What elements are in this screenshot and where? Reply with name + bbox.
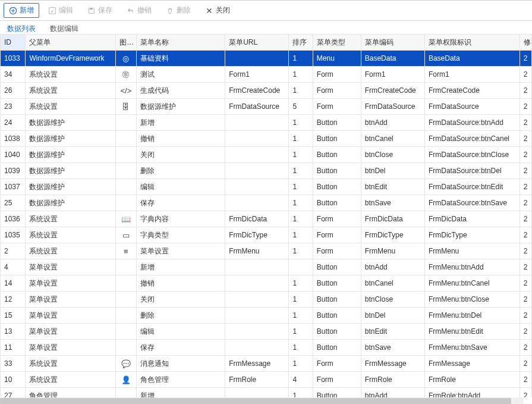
table-row[interactable]: 26系统设置</>生成代码FrmCreateCode1FormFrmCreate… xyxy=(1,83,532,99)
cell-parent[interactable]: 菜单设置 xyxy=(26,292,116,308)
cell-name[interactable]: 删除 xyxy=(136,308,225,324)
cell-url[interactable] xyxy=(225,51,289,67)
cell-sort[interactable]: 1 xyxy=(289,292,313,308)
cell-sort[interactable]: 1 xyxy=(289,147,313,163)
table-row[interactable]: 1038数据源维护撤销1ButtonbtnCanelFrmDataSource:… xyxy=(1,131,532,147)
cell-extra[interactable]: 2 xyxy=(520,131,531,147)
cell-type[interactable]: Button xyxy=(313,179,361,195)
cell-code[interactable]: btnDel xyxy=(361,163,424,179)
cell-url[interactable] xyxy=(225,308,289,324)
cell-icon[interactable]: 🗄 xyxy=(116,99,136,115)
cell-icon[interactable]: ≡ xyxy=(116,243,136,259)
cell-id[interactable]: 23 xyxy=(1,99,26,115)
cell-extra[interactable]: 2 xyxy=(520,308,531,324)
cell-url[interactable] xyxy=(225,179,289,195)
cell-extra[interactable]: 2 xyxy=(520,259,531,275)
cell-extra[interactable]: 2 xyxy=(520,179,531,195)
cell-icon[interactable] xyxy=(116,292,136,308)
cell-code[interactable]: FrmDataSource xyxy=(361,99,424,115)
cell-parent[interactable]: 系统设置 xyxy=(26,99,116,115)
cell-parent[interactable]: 系统设置 xyxy=(26,211,116,227)
table-row[interactable]: 1036系统设置📖字典内容FrmDicData1FormFrmDicDataFr… xyxy=(1,211,532,227)
cell-parent[interactable]: 数据源维护 xyxy=(26,163,116,179)
cell-icon[interactable]: </> xyxy=(116,83,136,99)
cell-perm[interactable]: FrmMenu:btnAdd xyxy=(424,259,520,275)
cell-extra[interactable]: 2 xyxy=(520,275,531,292)
cell-id[interactable]: 10 xyxy=(1,372,26,388)
cell-perm[interactable]: FrmDataSource:btnDel xyxy=(424,163,520,179)
cell-extra[interactable]: 2 xyxy=(520,227,531,243)
cell-type[interactable]: Button xyxy=(313,163,361,179)
cell-sort[interactable]: 1 xyxy=(289,67,313,83)
cell-extra[interactable]: 2 xyxy=(520,292,531,308)
cell-url[interactable]: FrmCreateCode xyxy=(225,83,289,99)
cell-icon[interactable]: 📖 xyxy=(116,211,136,227)
cell-parent[interactable]: 系统设置 xyxy=(26,243,116,259)
cell-name[interactable]: 新增 xyxy=(136,388,225,398)
cell-code[interactable]: btnAdd xyxy=(361,259,424,275)
cell-id[interactable]: 13 xyxy=(1,324,26,340)
table-row[interactable]: 1039数据源维护删除1ButtonbtnDelFrmDataSource:bt… xyxy=(1,163,532,179)
close-button[interactable]: 关闭 xyxy=(200,3,235,18)
cell-sort[interactable]: 1 xyxy=(289,163,313,179)
table-row[interactable]: 33系统设置💬消息通知FrmMessage1FormFrmMessageFrmM… xyxy=(1,356,532,372)
cell-sort[interactable] xyxy=(289,259,313,275)
cell-extra[interactable]: 2 xyxy=(520,67,531,83)
cell-code[interactable]: btnClose xyxy=(361,292,424,308)
cell-extra[interactable]: 2 xyxy=(520,51,531,67)
cell-code[interactable]: FrmRole xyxy=(361,372,424,388)
scroll-thumb[interactable] xyxy=(0,398,511,404)
cell-code[interactable]: FrmMenu xyxy=(361,243,424,259)
cell-name[interactable]: 字典类型 xyxy=(136,227,225,243)
cell-parent[interactable]: 系统设置 xyxy=(26,356,116,372)
cell-name[interactable]: 新增 xyxy=(136,259,225,275)
table-row[interactable]: 23系统设置🗄数据源维护FrmDataSource5FormFrmDataSou… xyxy=(1,99,532,115)
cell-parent[interactable]: 数据源维护 xyxy=(26,195,116,211)
table-row[interactable]: 15菜单设置删除1ButtonbtnDelFrmMenu:btnDel2 xyxy=(1,308,532,324)
cell-perm[interactable]: FrmDicData xyxy=(424,211,520,227)
cell-code[interactable]: btnSave xyxy=(361,340,424,356)
cell-icon[interactable] xyxy=(116,195,136,211)
cell-id[interactable]: 24 xyxy=(1,115,26,131)
cell-extra[interactable]: 2 xyxy=(520,388,531,398)
add-button[interactable]: 新增 xyxy=(4,3,39,18)
cell-type[interactable]: Button xyxy=(313,324,361,340)
cell-parent[interactable]: WinformDevFramework xyxy=(26,51,116,67)
cell-sort[interactable]: 1 xyxy=(289,179,313,195)
col-sort[interactable]: 排序 xyxy=(289,35,313,51)
cell-extra[interactable]: 2 xyxy=(520,340,531,356)
cell-name[interactable]: 新增 xyxy=(136,115,225,131)
cell-sort[interactable]: 4 xyxy=(289,372,313,388)
cell-parent[interactable]: 菜单设置 xyxy=(26,308,116,324)
table-row[interactable]: 2系统设置≡菜单设置FrmMenu1FormFrmMenuFrmMenu2 xyxy=(1,243,532,259)
table-row[interactable]: 13菜单设置编辑1ButtonbtnEditFrmMenu:btnEdit2 xyxy=(1,324,532,340)
cell-icon[interactable] xyxy=(116,388,136,398)
cell-url[interactable] xyxy=(225,115,289,131)
cell-name[interactable]: 编辑 xyxy=(136,179,225,195)
datagrid-scroll[interactable]: ID 父菜单 图标 菜单名称 菜单URL 排序 菜单类型 菜单编码 菜单权限标识… xyxy=(0,34,532,397)
col-perm[interactable]: 菜单权限标识 xyxy=(424,35,520,51)
cell-id[interactable]: 1039 xyxy=(1,163,26,179)
cell-code[interactable]: btnAdd xyxy=(361,388,424,398)
cell-extra[interactable]: 2 xyxy=(520,195,531,211)
cell-extra[interactable]: 2 xyxy=(520,324,531,340)
cell-code[interactable]: btnEdit xyxy=(361,324,424,340)
cell-parent[interactable]: 数据源维护 xyxy=(26,115,116,131)
cell-code[interactable]: FrmMessage xyxy=(361,356,424,372)
cell-url[interactable]: Form1 xyxy=(225,67,289,83)
col-extra[interactable]: 修 xyxy=(520,35,531,51)
cell-perm[interactable]: FrmRole:btnAdd xyxy=(424,388,520,398)
cell-perm[interactable]: FrmMessage xyxy=(424,356,520,372)
col-url[interactable]: 菜单URL xyxy=(225,35,289,51)
cell-sort[interactable]: 1 xyxy=(289,340,313,356)
cell-name[interactable]: 撤销 xyxy=(136,275,225,292)
cell-extra[interactable]: 2 xyxy=(520,115,531,131)
cell-url[interactable]: FrmMessage xyxy=(225,356,289,372)
cell-type[interactable]: Button xyxy=(313,292,361,308)
cell-code[interactable]: FrmDicType xyxy=(361,227,424,243)
cell-icon[interactable]: ㊪ xyxy=(116,67,136,83)
cell-sort[interactable]: 1 xyxy=(289,115,313,131)
cell-code[interactable]: btnDel xyxy=(361,308,424,324)
col-type[interactable]: 菜单类型 xyxy=(313,35,361,51)
cell-perm[interactable]: BaseData xyxy=(424,51,520,67)
